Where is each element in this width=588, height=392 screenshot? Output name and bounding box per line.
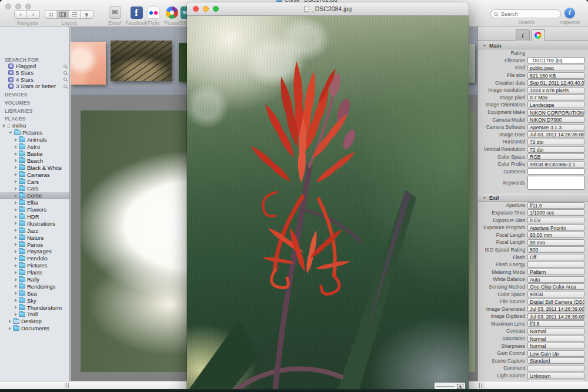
sidebar-item-5-stars[interactable]: 5 Stars [0, 69, 70, 76]
tree-item-cats[interactable]: Cats [0, 185, 70, 192]
disclosure-triangle-icon[interactable] [15, 152, 17, 156]
tree-item-rally[interactable]: Rally [0, 276, 70, 283]
disclosure-triangle-icon[interactable] [15, 166, 17, 169]
disclosure-triangle-icon[interactable] [15, 222, 17, 225]
tree-item-cars[interactable]: Cars [0, 178, 70, 185]
tree-item-corse[interactable]: Corse [0, 192, 70, 199]
tree-item-astro[interactable]: Astro [0, 143, 70, 150]
section-header-exif[interactable]: Exif [478, 194, 588, 202]
filmstrip-view-button[interactable] [57, 11, 69, 18]
disclosure-triangle-icon[interactable] [15, 173, 17, 176]
disclosure-triangle-icon[interactable] [483, 45, 486, 47]
disclosure-triangle-icon[interactable] [15, 208, 17, 212]
flickr-icon[interactable] [148, 6, 160, 19]
disclosure-triangle-icon[interactable] [15, 306, 17, 309]
tree-item-thunderstorm[interactable]: Thunderstorm [0, 304, 70, 311]
zoom-button[interactable] [25, 4, 31, 9]
disclosure-triangle-icon[interactable] [15, 194, 17, 197]
disclosure-triangle-icon[interactable] [15, 201, 17, 205]
search-icon[interactable] [64, 65, 67, 68]
search-field[interactable] [490, 9, 561, 18]
thumbnail-forest-path[interactable] [111, 41, 172, 81]
tree-item-beach[interactable]: Beach [0, 157, 70, 164]
back-button[interactable]: ‹ [14, 10, 27, 19]
fit-to-window-icon[interactable] [457, 384, 463, 389]
tree-item-pictures[interactable]: Pictures [0, 129, 70, 136]
close-button[interactable] [5, 4, 11, 9]
tree-item-documents[interactable]: Documents [0, 325, 70, 332]
tree-item-jazz[interactable]: Jazz [0, 227, 70, 234]
tree-item-desktop[interactable]: Desktop [0, 318, 70, 325]
disclosure-triangle-icon[interactable] [15, 257, 17, 260]
sidebar-item-3-stars-or-better[interactable]: 3 Stars or better [0, 83, 70, 89]
disclosure-triangle-icon[interactable] [15, 292, 17, 295]
disclosure-triangle-icon[interactable] [15, 299, 17, 302]
disclosure-triangle-icon[interactable] [9, 327, 11, 330]
field-value-keywords[interactable] [527, 176, 584, 190]
tree-item-sea[interactable]: Sea [0, 290, 70, 297]
search-icon[interactable] [64, 78, 67, 81]
tree-item-nature[interactable]: Nature [0, 234, 70, 241]
search-icon[interactable] [64, 71, 67, 75]
tree-item-panos[interactable]: Panos [0, 241, 70, 248]
disclosure-triangle-icon[interactable] [15, 313, 17, 316]
disclosure-triangle-icon[interactable] [15, 145, 17, 149]
disclosure-triangle-icon[interactable] [15, 264, 17, 267]
facebook-icon[interactable]: f [131, 6, 143, 19]
tree-item-hdr[interactable]: HDR [0, 213, 70, 220]
tree-item-mirko[interactable]: ⌂mirko [0, 122, 70, 129]
forward-button[interactable]: › [27, 10, 40, 19]
tree-item-cameras[interactable]: Cameras [0, 171, 70, 178]
splitter-grip-right[interactable] [479, 383, 484, 388]
disclosure-triangle-icon[interactable] [3, 124, 5, 128]
tree-item-troll[interactable]: Troll [0, 311, 70, 318]
tab-info[interactable]: i [516, 29, 530, 41]
splitter-grip-left[interactable] [65, 383, 69, 388]
rating-dot[interactable]: · [545, 50, 547, 56]
minimize-button[interactable] [15, 4, 21, 9]
disclosure-triangle-icon[interactable] [15, 236, 17, 239]
rating-dots[interactable]: ····· [527, 50, 588, 56]
disclosure-triangle-icon[interactable] [15, 159, 17, 162]
sidebar-item-4-stars[interactable]: 4 Stars [0, 76, 70, 83]
disclosure-triangle-icon[interactable] [15, 138, 17, 142]
rating-dot[interactable]: · [531, 50, 533, 56]
tree-item-paysages[interactable]: Paysages [0, 248, 70, 255]
tree-item-elba[interactable]: Elba [0, 199, 70, 206]
disclosure-triangle-icon[interactable] [15, 284, 17, 288]
tree-item-bastia[interactable]: Bastia [0, 150, 70, 158]
inspector-button[interactable]: i [564, 8, 575, 18]
grid-view-button[interactable] [45, 11, 57, 18]
photo-red-canna-flower[interactable] [187, 16, 469, 392]
disclosure-triangle-icon[interactable] [15, 250, 17, 253]
disclosure-triangle-icon[interactable] [15, 229, 17, 232]
list-view-button[interactable] [69, 11, 81, 18]
tree-item-pendolo[interactable]: Pendolo [0, 255, 70, 262]
zoom-slider[interactable] [436, 386, 455, 387]
tree-item-sky[interactable]: Sky [0, 297, 70, 304]
tree-item-plants[interactable]: Plants [0, 269, 70, 276]
disclosure-triangle-icon[interactable] [15, 187, 17, 190]
thumbnail-pink-flower[interactable] [71, 42, 106, 85]
disclosure-triangle-icon[interactable] [15, 243, 17, 246]
tab-colors[interactable] [531, 29, 545, 41]
rating-dot[interactable]: · [552, 50, 554, 56]
disclosure-triangle-icon[interactable] [483, 197, 486, 199]
tree-item-black-white[interactable]: Black & White [0, 164, 70, 171]
disclosure-triangle-icon[interactable] [9, 132, 12, 134]
tree-item-renderings[interactable]: Renderings [0, 283, 70, 290]
field-value-comment[interactable] [527, 168, 584, 175]
tree-item-animals[interactable]: Animals [0, 136, 70, 143]
disclosure-triangle-icon[interactable] [15, 215, 17, 219]
disclosure-triangle-icon[interactable] [9, 320, 11, 323]
section-header-main[interactable]: Main [478, 42, 588, 49]
disclosure-triangle-icon[interactable] [15, 278, 17, 282]
field-value-filename[interactable]: _DSC1702.jpg [527, 57, 584, 63]
viewer-titlebar[interactable]: _DSC2084.jpg [187, 2, 469, 16]
sidebar-item-flagged[interactable]: Flagged [0, 63, 70, 69]
tree-item-pictures[interactable]: Pictures [0, 262, 70, 269]
search-icon[interactable] [64, 85, 67, 88]
picasa-icon[interactable] [166, 6, 178, 19]
disclosure-triangle-icon[interactable] [15, 271, 17, 274]
email-icon[interactable]: ✉ [109, 6, 121, 19]
